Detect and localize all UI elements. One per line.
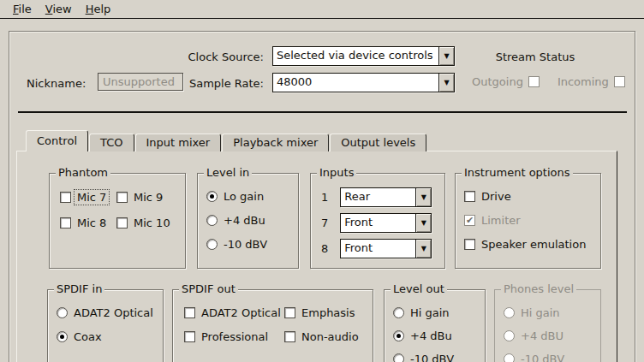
stream-status-indicators: Outgoing Incoming <box>472 75 625 88</box>
checkbox-box[interactable] <box>60 217 71 228</box>
dropdown-arrow-icon[interactable]: ▼ <box>415 240 431 258</box>
checkbox-box[interactable] <box>464 239 475 250</box>
input-1-combobox[interactable]: Rear ▼ <box>340 187 432 207</box>
sample-rate-value: 48000 <box>273 74 438 92</box>
phones-minus10dbv-radio: -10 dBV <box>504 353 600 362</box>
input-8-combobox[interactable]: Front ▼ <box>340 239 432 258</box>
horizontal-separator <box>18 111 627 113</box>
spdif-in-adat2-radio[interactable]: ADAT2 Optical <box>57 306 163 319</box>
input-7-combobox[interactable]: Front ▼ <box>340 213 432 233</box>
checkbox-label: Speaker emulation <box>481 238 586 251</box>
menu-bar: File View Help <box>0 0 644 19</box>
spdif-in-group: SPDIF in ADAT2 Optical Coax <box>47 289 164 362</box>
phantom-mic8-checkbox[interactable]: Mic 8 <box>60 217 116 229</box>
level-in-plus4dbu-radio[interactable]: +4 dBu <box>206 214 298 227</box>
radio-label: +4 dBu <box>410 329 452 342</box>
menu-file[interactable]: File <box>7 0 39 19</box>
spdif-out-group-title: SPDIF out <box>179 282 238 295</box>
tab-output-levels[interactable]: Output levels <box>330 134 426 151</box>
checkbox-box[interactable] <box>184 331 195 342</box>
radio-label: -10 dBV <box>224 238 267 251</box>
tab-playback-mixer[interactable]: Playback mixer <box>222 134 329 151</box>
checkbox-label: Mic 9 <box>134 191 163 204</box>
checkbox-box[interactable] <box>184 307 195 318</box>
checkbox-label: Limiter <box>481 214 521 227</box>
checkbox-box[interactable] <box>116 192 128 203</box>
checkbox-label: Professional <box>201 330 268 343</box>
checkbox-box[interactable] <box>284 307 295 318</box>
phantom-mic7-checkbox[interactable]: Mic 7 <box>60 191 116 204</box>
radio-circle[interactable] <box>206 191 218 202</box>
menu-help[interactable]: Help <box>80 0 119 19</box>
level-in-lo-gain-radio[interactable]: Lo gain <box>206 190 298 203</box>
phones-plus4dbu-radio: +4 dBU <box>504 329 600 342</box>
clock-source-value: Selected via device controls <box>273 47 438 65</box>
input-channel-label: 7 <box>321 217 328 229</box>
radio-label: Lo gain <box>224 190 264 203</box>
spdif-out-professional-checkbox[interactable]: Professional <box>184 330 284 343</box>
level-in-minus10dbv-radio[interactable]: -10 dBV <box>206 238 298 251</box>
sample-rate-label: Sample Rate: <box>168 74 264 93</box>
sample-rate-combobox[interactable]: 48000 ▼ <box>272 73 455 92</box>
spdif-out-adat2-checkbox[interactable]: ADAT2 Optical <box>184 306 284 319</box>
radio-label: -10 dBV <box>410 353 454 362</box>
clock-source-label: Clock Source: <box>86 48 264 67</box>
dropdown-arrow-icon[interactable]: ▼ <box>415 188 431 206</box>
menu-view[interactable]: View <box>39 0 80 19</box>
level-out-plus4dbu-radio[interactable]: +4 dBu <box>393 329 485 342</box>
tab-control[interactable]: Control <box>26 130 88 151</box>
tab-tco[interactable]: TCO <box>89 134 134 151</box>
nickname-label: Nickname: <box>27 74 86 93</box>
outgoing-checkbox <box>528 76 540 87</box>
dropdown-arrow-icon[interactable]: ▼ <box>415 214 431 232</box>
checkbox-label: Emphasis <box>301 306 355 319</box>
spdif-out-group: SPDIF out ADAT2 Optical Emphasis Profess… <box>172 289 373 362</box>
stream-status-label: Stream Status <box>480 48 591 67</box>
dropdown-arrow-icon[interactable]: ▼ <box>438 74 454 92</box>
checkbox-label: Non-audio <box>301 330 359 343</box>
spdif-out-nonaudio-checkbox[interactable]: Non-audio <box>284 330 373 343</box>
radio-circle[interactable] <box>206 215 218 226</box>
level-out-group-title: Level out <box>391 282 447 295</box>
checkbox-label: Mic 10 <box>134 217 170 229</box>
spdif-in-coax-radio[interactable]: Coax <box>57 330 163 343</box>
input-channel-label: 8 <box>321 242 328 255</box>
main-frame: Clock Source: Selected via device contro… <box>9 31 635 362</box>
phones-hi-gain-radio: Hi gain <box>504 306 600 319</box>
radio-circle[interactable] <box>57 307 68 318</box>
checkbox-label: Mic 8 <box>77 217 106 229</box>
level-out-hi-gain-radio[interactable]: Hi gain <box>393 306 485 319</box>
phones-level-group-title: Phones level <box>501 282 576 295</box>
incoming-checkbox <box>614 76 625 87</box>
checkbox-box[interactable] <box>116 217 128 228</box>
radio-circle <box>504 307 515 318</box>
spdif-in-group-title: SPDIF in <box>54 282 104 295</box>
checkbox-box[interactable] <box>60 192 71 203</box>
radio-circle[interactable] <box>393 307 404 318</box>
speaker-emulation-checkbox[interactable]: Speaker emulation <box>464 238 600 251</box>
radio-label: -10 dBV <box>521 353 564 362</box>
checkbox-box[interactable] <box>284 331 295 342</box>
checkmark-icon: ✔ <box>466 216 474 225</box>
clock-source-combobox[interactable]: Selected via device controls ▼ <box>272 46 455 66</box>
dropdown-arrow-icon[interactable]: ▼ <box>438 47 454 65</box>
phones-level-group: Phones level Hi gain +4 dBU -10 dBV <box>494 289 601 362</box>
radio-circle[interactable] <box>393 330 404 341</box>
radio-circle[interactable] <box>57 331 68 342</box>
radio-circle[interactable] <box>393 353 404 362</box>
level-out-group: Level out Hi gain +4 dBu -10 dBV <box>384 289 486 362</box>
radio-circle <box>504 353 515 362</box>
checkbox-box[interactable] <box>464 191 475 202</box>
inputs-group-title: Inputs <box>317 166 356 179</box>
spdif-out-emphasis-checkbox[interactable]: Emphasis <box>284 306 373 319</box>
drive-checkbox[interactable]: Drive <box>464 190 600 203</box>
phantom-mic10-checkbox[interactable]: Mic 10 <box>116 217 185 229</box>
tab-input-mixer[interactable]: Input mixer <box>135 134 222 151</box>
checkbox-label: Drive <box>481 190 511 203</box>
level-in-group: Level in Lo gain +4 dBu -10 dBV <box>197 173 299 269</box>
radio-circle[interactable] <box>206 239 218 250</box>
tab-bar: Control TCO Input mixer Playback mixer O… <box>26 131 427 151</box>
phantom-mic9-checkbox[interactable]: Mic 9 <box>116 191 185 204</box>
input-1-value: Rear <box>341 188 415 206</box>
level-out-minus10dbv-radio[interactable]: -10 dBV <box>393 353 485 362</box>
